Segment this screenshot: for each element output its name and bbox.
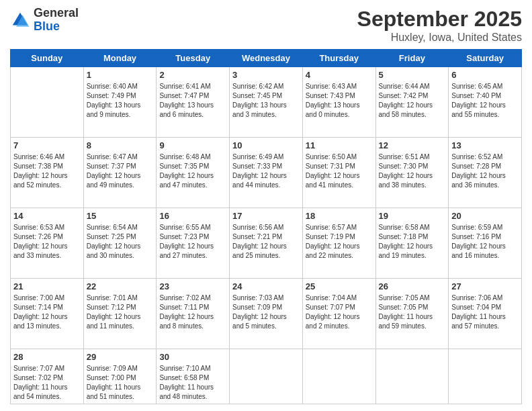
day-number: 13 [451,140,519,152]
cell-content: Sunrise: 6:59 AM Sunset: 7:16 PM Dayligh… [451,223,519,261]
col-header-friday: Friday [375,50,449,67]
day-number: 19 [379,210,446,222]
cell-content: Sunrise: 6:51 AM Sunset: 7:30 PM Dayligh… [379,152,446,190]
col-header-monday: Monday [83,50,157,67]
cell-content: Sunrise: 7:05 AM Sunset: 7:05 PM Dayligh… [379,293,446,331]
week-row-4: 28Sunrise: 7:07 AM Sunset: 7:02 PM Dayli… [11,349,522,404]
calendar-cell: 22Sunrise: 7:01 AM Sunset: 7:12 PM Dayli… [83,279,157,349]
week-row-0: 1Sunrise: 6:40 AM Sunset: 7:49 PM Daylig… [11,67,522,138]
logo-icon [10,10,30,30]
cell-content: Sunrise: 6:47 AM Sunset: 7:37 PM Dayligh… [87,152,154,190]
day-number: 22 [87,281,154,293]
week-row-1: 7Sunrise: 6:46 AM Sunset: 7:38 PM Daylig… [11,138,522,208]
day-number: 27 [451,281,519,293]
calendar-cell: 5Sunrise: 6:44 AM Sunset: 7:42 PM Daylig… [375,67,449,138]
cell-content: Sunrise: 6:48 AM Sunset: 7:35 PM Dayligh… [159,152,226,190]
calendar-table: SundayMondayTuesdayWednesdayThursdayFrid… [10,49,522,404]
calendar-cell: 21Sunrise: 7:00 AM Sunset: 7:14 PM Dayli… [11,279,84,349]
calendar-cell: 17Sunrise: 6:56 AM Sunset: 7:21 PM Dayli… [230,208,303,279]
day-number: 18 [306,210,373,222]
calendar-cell: 14Sunrise: 6:53 AM Sunset: 7:26 PM Dayli… [11,208,84,279]
title-block: September 2025 Huxley, Iowa, United Stat… [357,7,522,44]
week-row-3: 21Sunrise: 7:00 AM Sunset: 7:14 PM Dayli… [11,279,522,349]
calendar-cell [449,349,522,404]
day-number: 17 [232,210,300,222]
day-number: 3 [232,69,300,81]
col-header-wednesday: Wednesday [230,50,303,67]
calendar-cell [375,349,449,404]
calendar-cell: 19Sunrise: 6:58 AM Sunset: 7:18 PM Dayli… [375,208,449,279]
cell-content: Sunrise: 7:01 AM Sunset: 7:12 PM Dayligh… [87,293,154,331]
cell-content: Sunrise: 7:10 AM Sunset: 6:58 PM Dayligh… [159,364,226,402]
calendar-cell: 18Sunrise: 6:57 AM Sunset: 7:19 PM Dayli… [302,208,375,279]
calendar-cell [11,67,84,138]
month-title: September 2025 [357,7,522,32]
calendar-cell: 10Sunrise: 6:49 AM Sunset: 7:33 PM Dayli… [230,138,303,208]
cell-content: Sunrise: 7:06 AM Sunset: 7:04 PM Dayligh… [451,293,519,331]
cell-content: Sunrise: 6:54 AM Sunset: 7:25 PM Dayligh… [87,223,154,261]
calendar-cell [302,349,375,404]
day-number: 21 [13,281,81,293]
cell-content: Sunrise: 6:50 AM Sunset: 7:31 PM Dayligh… [306,152,373,190]
calendar-cell: 15Sunrise: 6:54 AM Sunset: 7:25 PM Dayli… [83,208,157,279]
cell-content: Sunrise: 6:56 AM Sunset: 7:21 PM Dayligh… [232,223,300,261]
header-row: SundayMondayTuesdayWednesdayThursdayFrid… [11,50,522,67]
cell-content: Sunrise: 6:53 AM Sunset: 7:26 PM Dayligh… [13,223,81,261]
cell-content: Sunrise: 6:44 AM Sunset: 7:42 PM Dayligh… [379,82,446,120]
cell-content: Sunrise: 6:49 AM Sunset: 7:33 PM Dayligh… [232,152,300,190]
day-number: 29 [87,351,154,363]
day-number: 28 [13,351,81,363]
calendar-cell: 8Sunrise: 6:47 AM Sunset: 7:37 PM Daylig… [83,138,157,208]
day-number: 6 [451,69,519,81]
calendar-cell: 25Sunrise: 7:04 AM Sunset: 7:07 PM Dayli… [302,279,375,349]
location: Huxley, Iowa, United States [357,32,522,44]
col-header-thursday: Thursday [302,50,375,67]
page: General Blue September 2025 Huxley, Iowa… [0,0,532,411]
cell-content: Sunrise: 6:57 AM Sunset: 7:19 PM Dayligh… [306,223,373,261]
cell-content: Sunrise: 6:41 AM Sunset: 7:47 PM Dayligh… [159,82,226,120]
cell-content: Sunrise: 6:40 AM Sunset: 7:49 PM Dayligh… [87,82,154,120]
day-number: 16 [159,210,226,222]
week-row-2: 14Sunrise: 6:53 AM Sunset: 7:26 PM Dayli… [11,208,522,279]
day-number: 5 [379,69,446,81]
cell-content: Sunrise: 6:58 AM Sunset: 7:18 PM Dayligh… [379,223,446,261]
logo-general: General [34,7,79,20]
logo-blue: Blue [34,20,79,34]
cell-content: Sunrise: 7:02 AM Sunset: 7:11 PM Dayligh… [159,293,226,331]
calendar-cell: 24Sunrise: 7:03 AM Sunset: 7:09 PM Dayli… [230,279,303,349]
day-number: 8 [87,140,154,152]
cell-content: Sunrise: 7:04 AM Sunset: 7:07 PM Dayligh… [306,293,373,331]
col-header-sunday: Sunday [11,50,84,67]
cell-content: Sunrise: 7:00 AM Sunset: 7:14 PM Dayligh… [13,293,81,331]
day-number: 11 [306,140,373,152]
day-number: 1 [87,69,154,81]
calendar-cell: 26Sunrise: 7:05 AM Sunset: 7:05 PM Dayli… [375,279,449,349]
cell-content: Sunrise: 6:52 AM Sunset: 7:28 PM Dayligh… [451,152,519,190]
calendar-cell: 12Sunrise: 6:51 AM Sunset: 7:30 PM Dayli… [375,138,449,208]
cell-content: Sunrise: 7:03 AM Sunset: 7:09 PM Dayligh… [232,293,300,331]
day-number: 20 [451,210,519,222]
cell-content: Sunrise: 6:43 AM Sunset: 7:43 PM Dayligh… [306,82,373,120]
calendar-cell: 13Sunrise: 6:52 AM Sunset: 7:28 PM Dayli… [449,138,522,208]
day-number: 24 [232,281,300,293]
logo: General Blue [10,7,79,34]
day-number: 23 [159,281,226,293]
day-number: 15 [87,210,154,222]
calendar-cell: 29Sunrise: 7:09 AM Sunset: 7:00 PM Dayli… [83,349,157,404]
calendar-cell: 4Sunrise: 6:43 AM Sunset: 7:43 PM Daylig… [302,67,375,138]
cell-content: Sunrise: 6:46 AM Sunset: 7:38 PM Dayligh… [13,152,81,190]
day-number: 25 [306,281,373,293]
day-number: 4 [306,69,373,81]
day-number: 9 [159,140,226,152]
calendar-cell: 3Sunrise: 6:42 AM Sunset: 7:45 PM Daylig… [230,67,303,138]
col-header-tuesday: Tuesday [157,50,230,67]
calendar-cell: 28Sunrise: 7:07 AM Sunset: 7:02 PM Dayli… [11,349,84,404]
day-number: 2 [159,69,226,81]
calendar-cell: 9Sunrise: 6:48 AM Sunset: 7:35 PM Daylig… [157,138,230,208]
calendar-cell: 11Sunrise: 6:50 AM Sunset: 7:31 PM Dayli… [302,138,375,208]
logo-text: General Blue [34,7,79,34]
calendar-cell: 20Sunrise: 6:59 AM Sunset: 7:16 PM Dayli… [449,208,522,279]
day-number: 26 [379,281,446,293]
day-number: 10 [232,140,300,152]
calendar-cell: 16Sunrise: 6:55 AM Sunset: 7:23 PM Dayli… [157,208,230,279]
